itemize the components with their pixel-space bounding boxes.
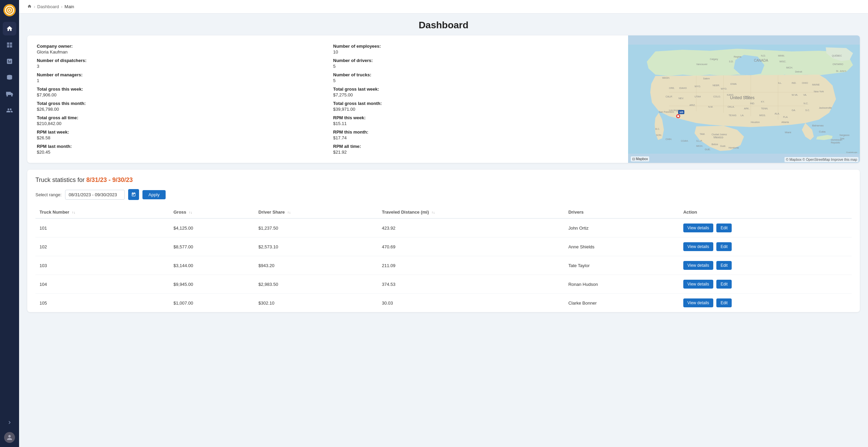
cell-truck-number: 105 bbox=[35, 294, 169, 312]
view-details-button[interactable]: View details bbox=[683, 224, 713, 232]
cell-truck-number: 104 bbox=[35, 275, 169, 294]
total-gross-last-month-label: Total gross last month: bbox=[333, 101, 619, 106]
svg-text:Ciudad Juárez: Ciudad Juárez bbox=[712, 133, 727, 136]
num-drivers-item: Number of drivers: 5 bbox=[333, 58, 619, 69]
svg-text:N.C.: N.C. bbox=[804, 102, 808, 105]
svg-text:Bahamas: Bahamas bbox=[812, 124, 824, 127]
total-gross-last-month-item: Total gross last month: $39,971.00 bbox=[333, 101, 619, 112]
svg-text:Houston: Houston bbox=[751, 121, 760, 123]
breadcrumb-dashboard[interactable]: Dashboard bbox=[37, 4, 59, 9]
svg-text:CALIF.: CALIF. bbox=[666, 95, 673, 98]
num-managers-label: Number of managers: bbox=[37, 72, 322, 77]
cell-action: View details Edit bbox=[679, 237, 852, 256]
svg-text:VA.: VA. bbox=[803, 94, 807, 96]
svg-text:IDAHO: IDAHO bbox=[679, 87, 687, 89]
svg-text:IOWA: IOWA bbox=[730, 83, 737, 85]
sidebar-item-users[interactable] bbox=[3, 104, 16, 117]
rpm-this-week-value: $15.11 bbox=[333, 121, 619, 126]
edit-button[interactable]: Edit bbox=[716, 224, 732, 232]
svg-text:WYO.: WYO. bbox=[721, 88, 727, 90]
cell-drivers: Ronan Hudson bbox=[564, 275, 679, 294]
sidebar-item-trucks[interactable] bbox=[3, 87, 16, 101]
col-truck-number[interactable]: Truck Number ↑↓ bbox=[35, 206, 169, 218]
calendar-icon-button[interactable] bbox=[128, 189, 139, 200]
svg-text:United States: United States bbox=[730, 95, 755, 100]
svg-text:MISS.: MISS. bbox=[759, 114, 766, 117]
view-details-button[interactable]: View details bbox=[683, 280, 713, 289]
rpm-all-time-label: RPM all time: bbox=[333, 144, 619, 149]
svg-text:TEXAS: TEXAS bbox=[729, 114, 736, 117]
svg-text:CHIH.: CHIH. bbox=[666, 138, 672, 140]
rpm-last-month-value: $20.45 bbox=[37, 150, 322, 155]
mapbox-logo: ⊡ Mapbox bbox=[631, 156, 649, 161]
sort-arrows-truck: ↑↓ bbox=[72, 211, 75, 214]
sidebar-item-home[interactable] bbox=[3, 22, 16, 35]
svg-text:N.M.: N.M. bbox=[708, 106, 713, 108]
num-trucks-item: Number of trucks: 5 bbox=[333, 72, 619, 83]
svg-text:Vancouver: Vancouver bbox=[696, 63, 708, 65]
svg-text:WISC.: WISC. bbox=[779, 60, 786, 63]
svg-text:Salem: Salem bbox=[703, 77, 710, 80]
view-details-button[interactable]: View details bbox=[683, 298, 713, 307]
svg-text:Honduras: Honduras bbox=[729, 147, 739, 149]
cell-drivers: John Ortiz bbox=[564, 218, 679, 237]
edit-button[interactable]: Edit bbox=[716, 280, 732, 289]
cell-action: View details Edit bbox=[679, 256, 852, 275]
svg-text:105: 105 bbox=[679, 111, 683, 113]
svg-point-2 bbox=[9, 10, 10, 11]
total-gross-month-value: $26,798.00 bbox=[37, 107, 322, 112]
svg-point-5 bbox=[11, 95, 13, 97]
svg-point-92 bbox=[677, 115, 679, 117]
sidebar-item-reports[interactable] bbox=[3, 55, 16, 68]
total-gross-all-label: Total gross all time: bbox=[37, 115, 322, 120]
num-managers-item: Number of managers: 1 bbox=[37, 72, 322, 83]
total-gross-all-value: $210,842.00 bbox=[37, 121, 322, 126]
edit-button[interactable]: Edit bbox=[716, 298, 732, 307]
svg-text:OKLA.: OKLA. bbox=[728, 106, 735, 108]
map-container[interactable]: United States CANADA Mexico ORE. CALIF. … bbox=[628, 35, 860, 163]
rpm-last-week-value: $26.58 bbox=[37, 135, 322, 140]
svg-text:Miami: Miami bbox=[785, 131, 791, 134]
sidebar-item-data[interactable] bbox=[3, 71, 16, 84]
total-gross-last-month-value: $39,971.00 bbox=[333, 107, 619, 112]
cell-gross: $8,577.00 bbox=[169, 237, 254, 256]
svg-text:NEBR.: NEBR. bbox=[713, 84, 720, 87]
company-owner-value: Gloria Kaufman bbox=[37, 49, 322, 55]
svg-text:MINN.: MINN. bbox=[778, 55, 785, 57]
map-attribution: © Mapbox © OpenStreetMap Improve this ma… bbox=[785, 157, 858, 162]
svg-text:Regina: Regina bbox=[734, 56, 741, 58]
col-driver-share[interactable]: Driver Share ↑↓ bbox=[254, 206, 378, 218]
num-drivers-value: 5 bbox=[333, 64, 619, 69]
svg-text:MICH.: MICH. bbox=[786, 66, 793, 69]
svg-text:COAH.: COAH. bbox=[681, 140, 688, 142]
sidebar-item-expand[interactable] bbox=[3, 416, 16, 429]
truck-stats-table: Truck Number ↑↓ Gross ↑↓ Driver Share ↑↓… bbox=[35, 206, 852, 312]
edit-button[interactable]: Edit bbox=[716, 242, 732, 251]
breadcrumb-main: Main bbox=[64, 4, 74, 9]
table-row: 101 $4,125.00 $1,237.50 423.92 John Orti… bbox=[35, 218, 852, 237]
user-avatar[interactable] bbox=[4, 432, 15, 443]
stats-title-prefix: Truck statistics for bbox=[35, 176, 86, 183]
svg-text:COLO.: COLO. bbox=[713, 95, 721, 98]
view-details-button[interactable]: View details bbox=[683, 242, 713, 251]
total-gross-last-week-value: $7,275.00 bbox=[333, 92, 619, 97]
svg-text:GUE.: GUE. bbox=[705, 148, 711, 151]
range-row: Select range: Apply bbox=[35, 189, 852, 200]
col-gross[interactable]: Gross ↑↓ bbox=[169, 206, 254, 218]
sidebar-item-dashboard[interactable] bbox=[3, 38, 16, 52]
svg-text:ONTARIO: ONTARIO bbox=[833, 63, 843, 65]
num-trucks-value: 5 bbox=[333, 78, 619, 83]
num-managers-value: 1 bbox=[37, 78, 322, 83]
view-details-button[interactable]: View details bbox=[683, 261, 713, 270]
col-traveled-distance[interactable]: Traveled Distance (mi) ↑↓ bbox=[378, 206, 564, 218]
select-range-label: Select range: bbox=[35, 192, 62, 197]
total-gross-week-label: Total gross this week: bbox=[37, 87, 322, 92]
edit-button[interactable]: Edit bbox=[716, 261, 732, 270]
cell-gross: $9,945.00 bbox=[169, 275, 254, 294]
rpm-this-week-item: RPM this week: $15.11 bbox=[333, 115, 619, 126]
date-range-input[interactable] bbox=[65, 190, 125, 200]
svg-text:ARIZ.: ARIZ. bbox=[689, 104, 696, 106]
apply-button[interactable]: Apply bbox=[142, 190, 166, 199]
svg-text:Sargasso: Sargasso bbox=[839, 134, 850, 137]
info-panel: Company owner: Gloria Kaufman Number of … bbox=[27, 35, 628, 163]
